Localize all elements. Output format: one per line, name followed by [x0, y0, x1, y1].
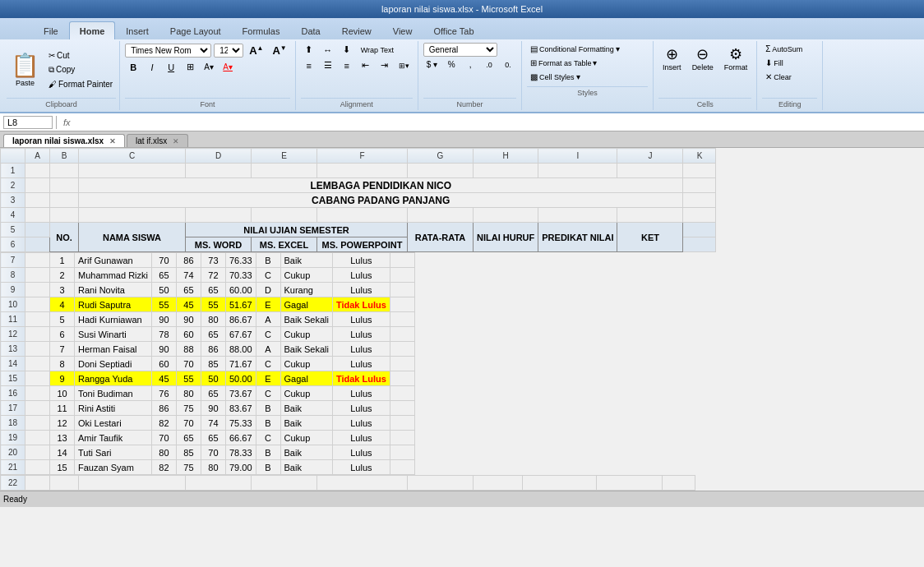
cell-k9[interactable]	[390, 283, 414, 297]
decrease-decimal-button[interactable]: 0.	[500, 59, 516, 71]
cell-ket-12[interactable]: Lulus	[332, 327, 390, 342]
cell-i4[interactable]	[538, 208, 617, 223]
increase-font-button[interactable]: A▲	[246, 43, 266, 58]
cell-rata-8[interactable]: 70.33	[225, 268, 256, 283]
cell-rata-21[interactable]: 79.00	[225, 460, 256, 475]
cell-a18[interactable]	[25, 416, 50, 431]
cell-ket-11[interactable]: Lulus	[332, 312, 390, 327]
tab-data[interactable]: Data	[290, 21, 330, 39]
cell-a11[interactable]	[25, 312, 50, 327]
wrap-text-button[interactable]: Wrap Text	[358, 44, 397, 56]
cell-ket-8[interactable]: Lulus	[332, 268, 390, 283]
row-header-19[interactable]: 19	[1, 431, 25, 445]
cell-rata-20[interactable]: 78.33	[225, 445, 256, 460]
cell-predikat-11[interactable]: Baik Sekali	[280, 312, 332, 327]
cell-excel-15[interactable]: 55	[176, 371, 201, 386]
cell-predikat-8[interactable]: Cukup	[280, 268, 332, 283]
cell-no-9[interactable]: 3	[50, 283, 75, 297]
merge-center-button[interactable]: ⊞▾	[395, 60, 413, 71]
cell-rata-14[interactable]: 71.67	[225, 357, 256, 371]
cell-huruf-15[interactable]: E	[256, 371, 280, 386]
tab-page-layout[interactable]: Page Layout	[159, 21, 232, 39]
fill-button[interactable]: ⬇ Fill	[762, 57, 817, 69]
cell-huruf-8[interactable]: C	[256, 268, 280, 283]
cell-no-18[interactable]: 12	[50, 416, 75, 431]
cell-predikat-17[interactable]: Baik	[280, 401, 332, 416]
cell-ket-16[interactable]: Lulus	[332, 386, 390, 401]
cell-ppt-8[interactable]: 72	[201, 268, 225, 283]
row-header-15[interactable]: 15	[1, 371, 25, 386]
cell-f1[interactable]	[317, 164, 408, 178]
cell-k19[interactable]	[390, 431, 414, 445]
cell-rata-15[interactable]: 50.00	[225, 371, 256, 386]
tab-office-tab[interactable]: Office Tab	[423, 21, 484, 39]
cell-k2[interactable]	[683, 178, 716, 193]
tab-insert[interactable]: Insert	[115, 21, 159, 39]
cell-no-17[interactable]: 11	[50, 401, 75, 416]
row-header-21[interactable]: 21	[1, 460, 25, 475]
col-header-d[interactable]: D	[186, 149, 252, 164]
cell-nama-12[interactable]: Susi Winarti	[75, 327, 152, 342]
header-ket[interactable]: KET	[617, 223, 683, 252]
row-header-6[interactable]: 6	[1, 237, 25, 252]
cell-excel-10[interactable]: 45	[176, 297, 201, 312]
align-middle-button[interactable]: ↔	[320, 44, 336, 57]
cell-title1[interactable]: LEMBAGA PENDIDIKAN NICO	[79, 178, 683, 193]
cell-a19[interactable]	[25, 431, 50, 445]
cell-b2[interactable]	[50, 178, 79, 193]
cell-word-21[interactable]: 82	[151, 460, 176, 475]
row-header-7[interactable]: 7	[1, 253, 25, 268]
cell-word-9[interactable]: 50	[151, 283, 176, 297]
header-nilai-group[interactable]: NILAI UJIAN SEMESTER	[186, 223, 408, 237]
cell-a16[interactable]	[25, 386, 50, 401]
cell-predikat-16[interactable]: Cukup	[280, 386, 332, 401]
cell-reference-input[interactable]	[3, 116, 53, 129]
cell-a12[interactable]	[25, 327, 50, 342]
cell-word-8[interactable]: 65	[151, 268, 176, 283]
row-header-9[interactable]: 9	[1, 283, 25, 297]
cell-nama-17[interactable]: Rini Astiti	[75, 401, 152, 416]
cell-e1[interactable]	[252, 164, 317, 178]
cell-ket-13[interactable]: Lulus	[332, 342, 390, 357]
header-no[interactable]: NO.	[50, 223, 79, 252]
row-header-1[interactable]: 1	[1, 164, 25, 178]
cell-nama-10[interactable]: Rudi Saputra	[75, 297, 152, 312]
cell-h4[interactable]	[474, 208, 538, 223]
decrease-font-button[interactable]: A▼	[269, 43, 289, 58]
cell-word-18[interactable]: 82	[151, 416, 176, 431]
cell-a7[interactable]	[25, 253, 50, 268]
cell-nama-19[interactable]: Amir Taufik	[75, 431, 152, 445]
indent-decrease-button[interactable]: ⇤	[358, 58, 374, 72]
clear-button[interactable]: ✕ Clear	[762, 71, 817, 83]
align-bottom-button[interactable]: ⬇	[339, 43, 355, 57]
fill-color-button[interactable]: A▾	[201, 61, 217, 73]
italic-button[interactable]: I	[144, 61, 160, 74]
cell-c4[interactable]	[79, 208, 186, 223]
comma-button[interactable]: ,	[462, 58, 478, 71]
cell-a20[interactable]	[25, 445, 50, 460]
cell-predikat-10[interactable]: Gagal	[280, 297, 332, 312]
cell-j4[interactable]	[617, 208, 683, 223]
border-button[interactable]: ⊞	[182, 60, 198, 74]
currency-button[interactable]: $ ▾	[423, 58, 441, 71]
align-left-button[interactable]: ≡	[301, 59, 317, 72]
cell-excel-14[interactable]: 70	[176, 357, 201, 371]
cell-g1[interactable]	[408, 164, 474, 178]
cell-predikat-14[interactable]: Cukup	[280, 357, 332, 371]
cell-excel-21[interactable]: 75	[176, 460, 201, 475]
tab-view[interactable]: View	[382, 21, 423, 39]
row-header-10[interactable]: 10	[1, 297, 25, 312]
sheet-tab-latif[interactable]: lat if.xlsx ✕	[127, 134, 188, 147]
cell-excel-18[interactable]: 70	[176, 416, 201, 431]
cell-word-19[interactable]: 70	[151, 431, 176, 445]
cell-huruf-9[interactable]: D	[256, 283, 280, 297]
cell-no-15[interactable]: 9	[50, 371, 75, 386]
cell-ppt-21[interactable]: 80	[201, 460, 225, 475]
cell-no-8[interactable]: 2	[50, 268, 75, 283]
cell-d1[interactable]	[186, 164, 252, 178]
paste-button[interactable]: 📋 Paste	[7, 43, 44, 96]
cell-excel-17[interactable]: 75	[176, 401, 201, 416]
cell-k10[interactable]	[390, 297, 414, 312]
cell-no-21[interactable]: 15	[50, 460, 75, 475]
cell-ppt-9[interactable]: 65	[201, 283, 225, 297]
